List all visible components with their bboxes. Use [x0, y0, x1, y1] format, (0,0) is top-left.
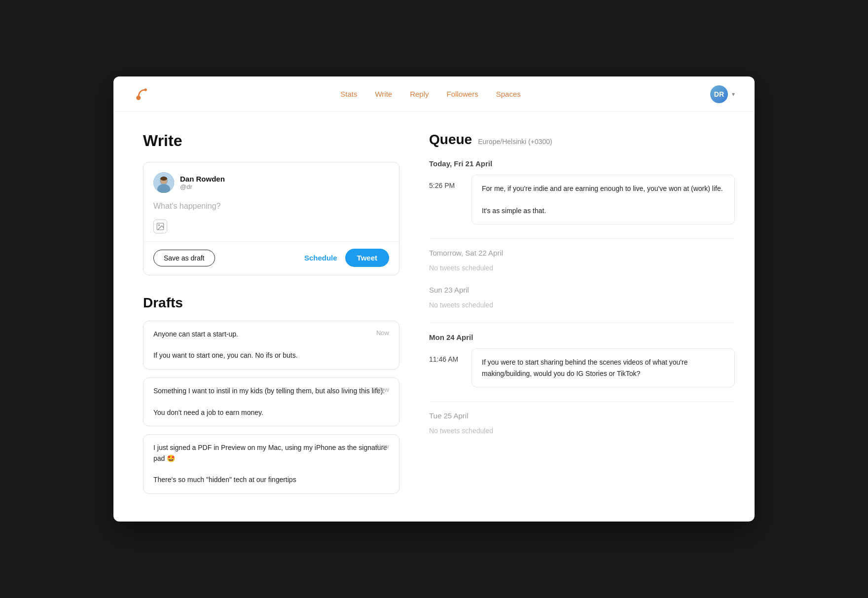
- queue-section-tomorrow: Tomorrow, Sat 22 April No tweets schedul…: [429, 249, 735, 272]
- nav-write[interactable]: Write: [375, 90, 392, 98]
- queue-header: Queue Europe/Helsinki (+0300): [429, 132, 735, 148]
- app-window: Stats Write Reply Followers Spaces DR ▾ …: [113, 76, 755, 522]
- draft-card-2[interactable]: Now Something I want to instil in my kid…: [143, 377, 399, 426]
- drafts-title: Drafts: [143, 295, 399, 311]
- compose-actions: Save as draft Schedule Tweet: [153, 249, 389, 267]
- queue-section-sun23: Sun 23 April No tweets scheduled: [429, 286, 735, 309]
- nav: Stats Write Reply Followers Spaces: [340, 90, 521, 98]
- left-panel: Write Dan Rowden @: [143, 132, 429, 502]
- nav-stats[interactable]: Stats: [340, 90, 357, 98]
- svg-point-6: [160, 177, 167, 181]
- queue-tweet-today-1[interactable]: For me, if you're indie and are earning …: [471, 175, 735, 224]
- divider-2: [429, 323, 735, 323]
- svg-point-1: [145, 88, 147, 91]
- chevron-down-icon[interactable]: ▾: [732, 91, 735, 98]
- right-panel: Queue Europe/Helsinki (+0300) Today, Fri…: [429, 132, 735, 502]
- queue-section-today: Today, Fri 21 April 5:26 PM For me, if y…: [429, 159, 735, 224]
- compose-user-handle: @dr: [180, 183, 225, 190]
- compose-placeholder[interactable]: What's happening?: [153, 200, 389, 213]
- divider-3: [429, 401, 735, 402]
- queue-day-today: Today, Fri 21 April: [429, 159, 735, 168]
- header: Stats Write Reply Followers Spaces DR ▾: [113, 76, 755, 112]
- logo[interactable]: [133, 85, 151, 103]
- queue-tweet-mon24-1[interactable]: If you were to start sharing behind the …: [471, 348, 735, 387]
- nav-spaces[interactable]: Spaces: [496, 90, 521, 98]
- queue-slot-today-1: 5:26 PM For me, if you're indie and are …: [429, 175, 735, 224]
- avatar[interactable]: DR: [710, 85, 728, 103]
- compose-right-actions: Schedule Tweet: [304, 249, 389, 267]
- image-upload-icon[interactable]: [153, 220, 167, 233]
- draft-time-2: Now: [376, 386, 389, 393]
- save-draft-button[interactable]: Save as draft: [153, 250, 215, 266]
- schedule-button[interactable]: Schedule: [304, 254, 337, 262]
- compose-card: Dan Rowden @dr What's happening? Save as…: [143, 162, 399, 275]
- queue-day-tue25: Tue 25 April: [429, 411, 735, 420]
- compose-avatar: [153, 172, 174, 193]
- queue-title: Queue: [429, 132, 472, 148]
- queue-empty-tomorrow: No tweets scheduled: [429, 264, 735, 272]
- queue-time-mon24-1: 11:46 AM: [429, 348, 464, 387]
- queue-section-tue25: Tue 25 April No tweets scheduled: [429, 411, 735, 435]
- page-title: Write: [143, 132, 399, 150]
- queue-empty-sun23: No tweets scheduled: [429, 301, 735, 309]
- draft-text-1: Anyone can start a start-up.If you want …: [153, 329, 389, 361]
- nav-followers[interactable]: Followers: [447, 90, 478, 98]
- draft-time-3: Now: [376, 443, 389, 450]
- header-right: DR ▾: [710, 85, 735, 103]
- queue-section-mon24: Mon 24 April 11:46 AM If you were to sta…: [429, 333, 735, 387]
- queue-day-sun23: Sun 23 April: [429, 286, 735, 294]
- compose-user-name: Dan Rowden: [180, 175, 225, 183]
- tweet-button[interactable]: Tweet: [345, 249, 389, 267]
- queue-day-mon24: Mon 24 April: [429, 333, 735, 341]
- compose-user-info: Dan Rowden @dr: [180, 175, 225, 190]
- nav-reply[interactable]: Reply: [410, 90, 429, 98]
- queue-timezone: Europe/Helsinki (+0300): [478, 138, 552, 146]
- draft-text-3: I just signed a PDF in Preview on my Mac…: [153, 443, 389, 486]
- queue-time-today-1: 5:26 PM: [429, 175, 464, 224]
- main-layout: Write Dan Rowden @: [113, 112, 755, 522]
- compose-user: Dan Rowden @dr: [153, 172, 389, 193]
- draft-card-3[interactable]: Now I just signed a PDF in Preview on my…: [143, 434, 399, 494]
- queue-slot-mon24-1: 11:46 AM If you were to start sharing be…: [429, 348, 735, 387]
- queue-day-tomorrow: Tomorrow, Sat 22 April: [429, 249, 735, 257]
- queue-empty-tue25: No tweets scheduled: [429, 427, 735, 435]
- compose-divider: [144, 241, 399, 242]
- svg-point-8: [158, 224, 159, 225]
- draft-card-1[interactable]: Now Anyone can start a start-up.If you w…: [143, 321, 399, 370]
- divider-1: [429, 238, 735, 239]
- draft-text-2: Something I want to instil in my kids (b…: [153, 386, 389, 418]
- draft-time-1: Now: [376, 329, 389, 336]
